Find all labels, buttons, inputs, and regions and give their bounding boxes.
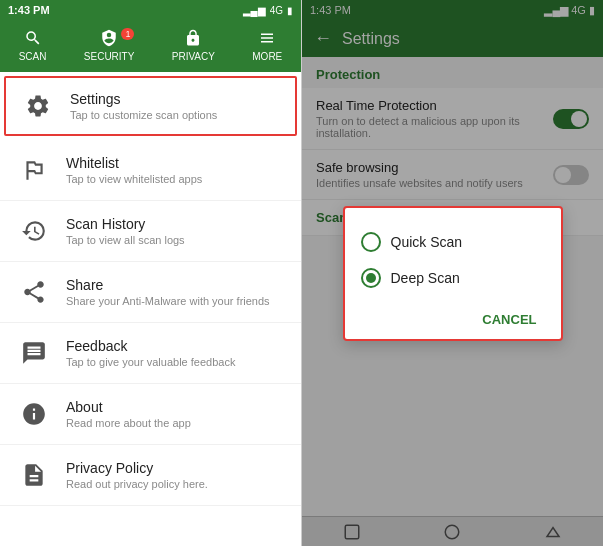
about-title: About bbox=[66, 399, 285, 415]
whitelist-menu-icon bbox=[16, 152, 52, 188]
about-text: About Read more about the app bbox=[66, 399, 285, 429]
left-panel: 1:43 PM ▂▄▆ 4G ▮ SCAN 1 SECURITY bbox=[0, 0, 302, 546]
feedback-text: Feedback Tap to give your valuable feedb… bbox=[66, 338, 285, 368]
feedback-menu-icon bbox=[16, 335, 52, 371]
left-status-bar: 1:43 PM ▂▄▆ 4G ▮ bbox=[0, 0, 301, 20]
deep-scan-option[interactable]: Deep Scan bbox=[361, 260, 545, 296]
scan-icon bbox=[23, 28, 43, 48]
scan-history-subtitle: Tap to view all scan logs bbox=[66, 234, 285, 246]
cancel-button[interactable]: CANCEL bbox=[474, 308, 544, 331]
dialog-actions: CANCEL bbox=[361, 304, 545, 331]
share-text: Share Share your Anti-Malware with your … bbox=[66, 277, 285, 307]
quick-scan-label: Quick Scan bbox=[391, 234, 463, 250]
deep-scan-radio[interactable] bbox=[361, 268, 381, 288]
about-subtitle: Read more about the app bbox=[66, 417, 285, 429]
tab-scan[interactable]: SCAN bbox=[11, 26, 55, 64]
policy-menu-icon bbox=[16, 457, 52, 493]
privacy-policy-text: Privacy Policy Read out privacy policy h… bbox=[66, 460, 285, 490]
whitelist-subtitle: Tap to view whitelisted apps bbox=[66, 173, 285, 185]
menu-item-share[interactable]: Share Share your Anti-Malware with your … bbox=[0, 262, 301, 323]
whitelist-text: Whitelist Tap to view whitelisted apps bbox=[66, 155, 285, 185]
menu-item-feedback[interactable]: Feedback Tap to give your valuable feedb… bbox=[0, 323, 301, 384]
whitelist-title: Whitelist bbox=[66, 155, 285, 171]
menu-item-scan-history[interactable]: Scan History Tap to view all scan logs bbox=[0, 201, 301, 262]
menu-item-settings[interactable]: Settings Tap to customize scan options bbox=[4, 76, 297, 136]
tab-security[interactable]: 1 SECURITY bbox=[76, 26, 143, 64]
quick-scan-radio[interactable] bbox=[361, 232, 381, 252]
privacy-policy-subtitle: Read out privacy policy here. bbox=[66, 478, 285, 490]
settings-menu-icon bbox=[20, 88, 56, 124]
scan-history-text: Scan History Tap to view all scan logs bbox=[66, 216, 285, 246]
security-icon bbox=[99, 28, 119, 48]
tab-security-label: SECURITY bbox=[84, 51, 135, 62]
menu-item-about[interactable]: About Read more about the app bbox=[0, 384, 301, 445]
battery-icon: ▮ bbox=[287, 5, 293, 16]
scan-type-dialog-overlay: Quick Scan Deep Scan CANCEL bbox=[302, 0, 603, 546]
right-panel: 1:43 PM ▂▄▆ 4G ▮ ← Settings Protection R… bbox=[302, 0, 603, 546]
about-menu-icon bbox=[16, 396, 52, 432]
share-title: Share bbox=[66, 277, 285, 293]
settings-title: Settings bbox=[70, 91, 281, 107]
share-menu-icon bbox=[16, 274, 52, 310]
menu-list: Settings Tap to customize scan options W… bbox=[0, 72, 301, 546]
left-time: 1:43 PM bbox=[8, 4, 50, 16]
privacy-icon bbox=[183, 28, 203, 48]
feedback-title: Feedback bbox=[66, 338, 285, 354]
tab-more[interactable]: MORE bbox=[244, 26, 290, 64]
tab-more-label: MORE bbox=[252, 51, 282, 62]
scan-type-dialog: Quick Scan Deep Scan CANCEL bbox=[343, 206, 563, 341]
settings-text: Settings Tap to customize scan options bbox=[70, 91, 281, 121]
share-subtitle: Share your Anti-Malware with your friend… bbox=[66, 295, 285, 307]
tab-scan-label: SCAN bbox=[19, 51, 47, 62]
deep-scan-label: Deep Scan bbox=[391, 270, 460, 286]
quick-scan-option[interactable]: Quick Scan bbox=[361, 224, 545, 260]
scan-history-title: Scan History bbox=[66, 216, 285, 232]
more-icon bbox=[257, 28, 277, 48]
tab-privacy-label: PRIVACY bbox=[172, 51, 215, 62]
menu-item-privacy-policy[interactable]: Privacy Policy Read out privacy policy h… bbox=[0, 445, 301, 506]
tab-privacy[interactable]: PRIVACY bbox=[164, 26, 223, 64]
left-network-info: ▂▄▆ 4G ▮ bbox=[243, 5, 293, 16]
security-badge: 1 bbox=[121, 28, 134, 40]
nav-tabs: SCAN 1 SECURITY PRIVACY MORE bbox=[0, 20, 301, 72]
history-menu-icon bbox=[16, 213, 52, 249]
network-type: 4G bbox=[270, 5, 283, 16]
menu-item-whitelist[interactable]: Whitelist Tap to view whitelisted apps bbox=[0, 140, 301, 201]
feedback-subtitle: Tap to give your valuable feedback bbox=[66, 356, 285, 368]
privacy-policy-title: Privacy Policy bbox=[66, 460, 285, 476]
settings-subtitle: Tap to customize scan options bbox=[70, 109, 281, 121]
signal-icon: ▂▄▆ bbox=[243, 5, 266, 16]
